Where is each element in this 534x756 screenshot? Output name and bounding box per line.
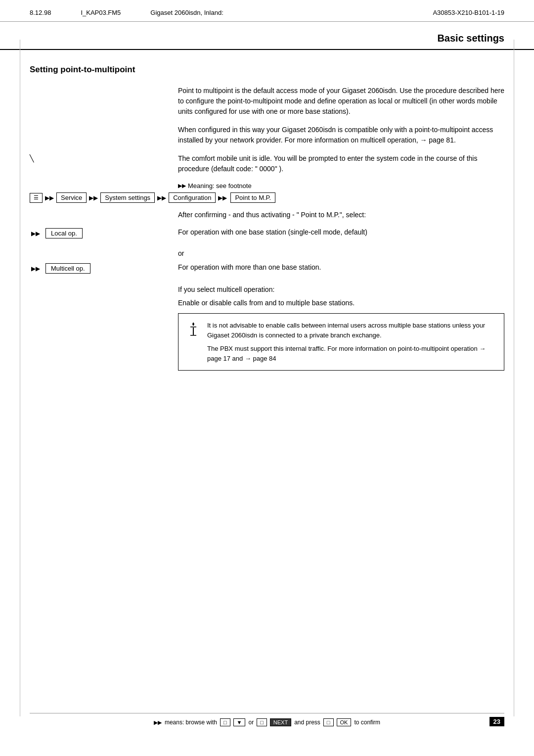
nav-arrow2: ▶▶ (89, 194, 98, 201)
footnote-arrow: ▶▶ (178, 183, 186, 189)
header: 8.12.98 I_KAP03.FM5 Gigaset 2060isdn, In… (0, 0, 534, 22)
phone-icon: ╲ (30, 154, 34, 162)
footer-or-browse-icon: □ (260, 719, 264, 725)
footer-ok-btn[interactable]: □ (323, 718, 334, 726)
nav-arrow3: ▶▶ (157, 194, 166, 201)
info-box-text: It is not advisable to enable calls betw… (207, 321, 496, 363)
nav-point-to-mp: Point to M.P. (230, 192, 275, 203)
footer-down-btn[interactable]: ▼ (233, 718, 246, 726)
footer-or-browse-btn[interactable]: □ (257, 718, 267, 726)
footer-browse-icon: □ (223, 719, 227, 725)
footer: ▶▶ means: browse with □ ▼ or □ NEXT and … (0, 713, 534, 726)
footer-down-icon: ▼ (237, 719, 242, 725)
section-heading: Setting point-to-multipoint (30, 65, 504, 75)
right-border (514, 40, 514, 716)
svg-rect-4 (190, 335, 196, 336)
main-content: Setting point-to-multipoint Point to mul… (0, 65, 534, 371)
idle-note-row: ╲ The comfort mobile unit is idle. You w… (30, 153, 504, 174)
or-text: or (178, 249, 504, 257)
enable-disable-text: Enable or disable calls from and to mult… (178, 298, 504, 308)
page-number: 23 (490, 717, 504, 726)
footer-and-press-text: and press (294, 719, 320, 726)
svg-point-1 (192, 323, 194, 325)
multicell-op-row: ▶▶ Multicell op. For operation with more… (30, 262, 504, 277)
info-text1: It is not advisable to enable calls betw… (207, 321, 496, 340)
local-op-box: Local op. (45, 228, 83, 238)
local-op-nav: ▶▶ Local op. (30, 228, 83, 238)
info-icon (186, 322, 200, 363)
if-multicell-text: If you select multicell operation: (178, 284, 504, 295)
multicell-op-nav: ▶▶ Multicell op. (30, 263, 90, 274)
footer-ok-text: OK (340, 719, 348, 725)
footer-ok-icon: □ (327, 719, 330, 725)
footer-arrow: ▶▶ (154, 719, 162, 726)
page-container: 8.12.98 I_KAP03.FM5 Gigaset 2060isdn, In… (0, 0, 534, 756)
left-border (20, 40, 20, 716)
multicell-op-description: For operation with more than one base st… (178, 262, 504, 277)
after-confirm-text: After confirming - and thus activating -… (178, 210, 504, 220)
header-docref: A30853-X210-B101-1-19 (433, 9, 504, 16)
nav-arrow1: ▶▶ (45, 194, 54, 201)
note-svg-icon (187, 322, 199, 337)
multicell-op-arrow: ▶▶ (31, 265, 40, 272)
page-title-text: Basic settings (437, 33, 504, 44)
intro-para1: Point to multipoint is the default acces… (178, 86, 504, 117)
footer-line: ▶▶ means: browse with □ ▼ or □ NEXT and … (30, 713, 504, 726)
nav-configuration: Configuration (169, 192, 216, 203)
header-file: I_KAP03.FM5 (81, 9, 121, 16)
multicell-op-box: Multicell op. (45, 263, 90, 274)
nav-row: ☰ ▶▶ Service ▶▶ System settings ▶▶ Confi… (30, 192, 504, 203)
multicell-op-left: ▶▶ Multicell op. (30, 262, 178, 277)
footer-or-text: or (248, 719, 254, 726)
nav-service: Service (56, 192, 87, 203)
header-left: 8.12.98 I_KAP03.FM5 Gigaset 2060isdn, In… (30, 9, 223, 16)
menu-icon: ☰ (30, 193, 43, 203)
footer-to-confirm-text: to confirm (354, 719, 380, 726)
footer-ok-label-btn: OK (337, 718, 352, 726)
svg-rect-2 (190, 327, 196, 328)
footer-browse-btn[interactable]: □ (220, 718, 230, 726)
nav-system-settings: System settings (100, 192, 155, 203)
info-text2: The PBX must support this internal traff… (207, 344, 496, 363)
local-op-description: For operation with one base station (sin… (178, 227, 504, 241)
local-op-arrow: ▶▶ (31, 230, 40, 237)
footnote-text: Meaning: see footnote (188, 182, 252, 189)
info-box: It is not advisable to enable calls betw… (178, 313, 504, 371)
footer-next-btn[interactable]: NEXT (270, 718, 291, 726)
footnote-line: ▶▶ Meaning: see footnote (178, 182, 504, 189)
local-op-left: ▶▶ Local op. (30, 227, 178, 241)
local-op-row: ▶▶ Local op. For operation with one base… (30, 227, 504, 241)
idle-note-left: ╲ (30, 153, 178, 174)
header-date: 8.12.98 (30, 9, 51, 16)
idle-note-text: The comfort mobile unit is idle. You wil… (178, 153, 504, 174)
intro-para2: When configured in this way your Gigaset… (178, 125, 504, 145)
page-title: Basic settings (0, 22, 534, 50)
nav-arrow4: ▶▶ (218, 194, 227, 201)
footer-next-label: NEXT (273, 719, 288, 725)
header-product: Gigaset 2060isdn, Inland: (150, 9, 223, 16)
footer-means-text: means: browse with (165, 719, 217, 726)
